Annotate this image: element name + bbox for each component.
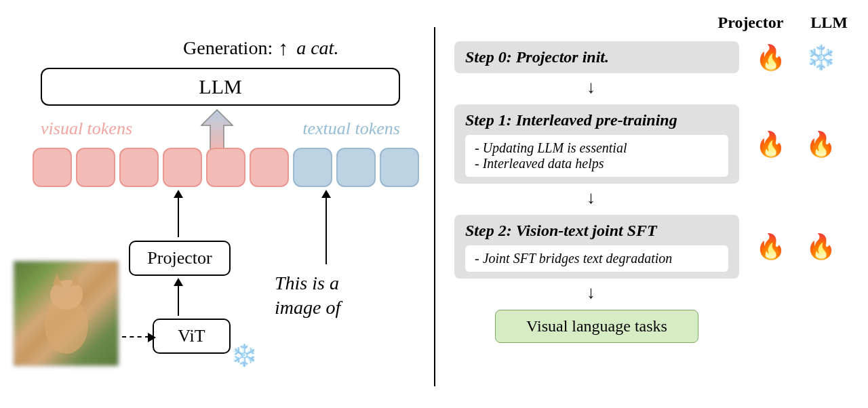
final-label: Visual language tasks: [526, 317, 667, 335]
step-2-box: Step 2: Vision-text joint SFT Joint SFT …: [454, 215, 739, 279]
step-0-title: Step 0: Projector init.: [465, 48, 728, 66]
column-headers: Projector LLM: [454, 14, 854, 32]
fire-icon: 🔥: [751, 130, 789, 159]
visual-token: [119, 148, 159, 187]
vit-box: ViT: [153, 319, 231, 354]
step-0-box: Step 0: Projector init.: [454, 41, 739, 73]
visual-token: [76, 148, 115, 187]
final-box: Visual language tasks: [495, 310, 698, 343]
visual-token: [250, 148, 289, 187]
up-arrow-icon: ↑: [278, 38, 288, 58]
fire-icon: 🔥: [751, 43, 789, 72]
textual-tokens-label: textual tokens: [302, 119, 400, 139]
step-2-row: Step 2: Vision-text joint SFT Joint SFT …: [454, 215, 854, 279]
caption-line: This is a: [275, 271, 340, 295]
fire-icon: 🔥: [802, 130, 840, 159]
down-arrow-icon: ↓: [454, 79, 854, 96]
snowflake-icon: ❄️: [802, 43, 840, 72]
generation-row: Generation: ↑ a cat.: [183, 37, 338, 59]
step-1-box: Step 1: Interleaved pre-training Updatin…: [454, 104, 739, 184]
header-llm: LLM: [810, 14, 848, 32]
step-2-title: Step 2: Vision-text joint SFT: [465, 222, 728, 240]
fire-icon: 🔥: [802, 232, 840, 261]
step-0-row: Step 0: Projector init. 🔥 ❄️: [454, 41, 854, 73]
token-row: [33, 148, 419, 187]
down-arrow-icon: ↓: [454, 284, 854, 302]
caption-line: image of: [275, 295, 340, 320]
visual-tokens-label: visual tokens: [41, 119, 132, 139]
up-arrow-icon: [178, 197, 179, 237]
token-labels: visual tokens textual tokens: [41, 119, 400, 139]
step-2-bullet: Joint SFT bridges text degradation: [475, 251, 719, 266]
textual-token: [380, 148, 419, 187]
input-image: [14, 261, 119, 366]
visual-token: [206, 148, 245, 187]
up-arrow-icon: [326, 197, 327, 264]
step-2-body: Joint SFT bridges text degradation: [465, 245, 728, 272]
snowflake-icon: ❄️: [231, 342, 258, 368]
llm-label: LLM: [199, 75, 241, 98]
textual-token: [336, 148, 376, 187]
projector-label: Projector: [147, 248, 212, 268]
fire-icon: 🔥: [751, 232, 789, 261]
header-projector: Projector: [718, 14, 784, 32]
textual-token: [293, 148, 332, 187]
projector-box: Projector: [129, 241, 231, 276]
generation-output: a cat.: [296, 37, 338, 59]
step-1-row: Step 1: Interleaved pre-training Updatin…: [454, 104, 854, 184]
vit-label: ViT: [178, 326, 205, 346]
visual-token: [163, 148, 202, 187]
down-arrow-icon: ↓: [454, 189, 854, 207]
dashed-right-arrow-icon: [122, 336, 149, 338]
architecture-diagram: Generation: ↑ a cat. LLM visual tokens t…: [0, 0, 434, 408]
up-arrow-icon: [178, 285, 179, 316]
step-1-bullet: Interleaved data helps: [475, 156, 719, 171]
training-steps-panel: Projector LLM Step 0: Projector init. 🔥 …: [434, 0, 868, 408]
generation-label: Generation:: [183, 37, 273, 59]
text-prompt: This is a image of: [275, 271, 340, 321]
step-1-bullet: Updating LLM is essential: [475, 140, 719, 156]
step-1-body: Updating LLM is essential Interleaved da…: [465, 135, 728, 177]
visual-token: [33, 148, 72, 187]
llm-box: LLM: [41, 68, 400, 106]
step-1-title: Step 1: Interleaved pre-training: [465, 111, 728, 129]
